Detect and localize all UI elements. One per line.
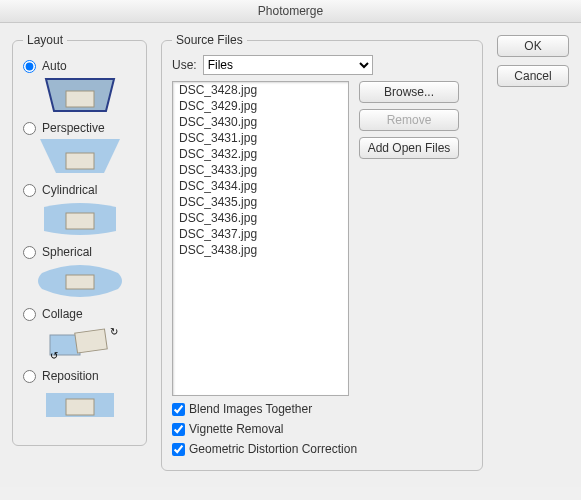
file-list-item[interactable]: DSC_3434.jpg bbox=[173, 178, 348, 194]
svg-rect-4 bbox=[66, 213, 94, 229]
layout-option-reposition[interactable]: Reposition bbox=[23, 369, 136, 383]
source-files-group: Source Files Use: Files DSC_3428.jpgDSC_… bbox=[161, 33, 483, 471]
cancel-button[interactable]: Cancel bbox=[497, 65, 569, 87]
remove-button[interactable]: Remove bbox=[359, 109, 459, 131]
svg-rect-5 bbox=[66, 275, 94, 289]
svg-rect-3 bbox=[66, 153, 94, 169]
layout-option-perspective[interactable]: Perspective bbox=[23, 121, 136, 135]
svg-text:↺: ↺ bbox=[50, 350, 58, 361]
check-vignette[interactable]: Vignette Removal bbox=[172, 422, 472, 436]
layout-option-cylindrical[interactable]: Cylindrical bbox=[23, 183, 136, 197]
radio-spherical[interactable] bbox=[23, 246, 36, 259]
thumb-reposition-icon bbox=[36, 387, 124, 423]
check-label: Geometric Distortion Correction bbox=[189, 442, 357, 456]
file-list-item[interactable]: DSC_3437.jpg bbox=[173, 226, 348, 242]
file-list-item[interactable]: DSC_3428.jpg bbox=[173, 82, 348, 98]
layout-label: Cylindrical bbox=[42, 183, 97, 197]
use-select[interactable]: Files bbox=[203, 55, 373, 75]
checkbox-geo[interactable] bbox=[172, 443, 185, 456]
layout-label: Perspective bbox=[42, 121, 105, 135]
file-list-item[interactable]: DSC_3433.jpg bbox=[173, 162, 348, 178]
file-list-item[interactable]: DSC_3431.jpg bbox=[173, 130, 348, 146]
radio-perspective[interactable] bbox=[23, 122, 36, 135]
svg-text:↻: ↻ bbox=[110, 326, 118, 337]
layout-option-spherical[interactable]: Spherical bbox=[23, 245, 136, 259]
thumb-spherical-icon bbox=[36, 263, 124, 299]
source-legend: Source Files bbox=[172, 33, 247, 47]
check-geo[interactable]: Geometric Distortion Correction bbox=[172, 442, 472, 456]
file-list-item[interactable]: DSC_3429.jpg bbox=[173, 98, 348, 114]
add-open-files-button[interactable]: Add Open Files bbox=[359, 137, 459, 159]
thumb-perspective-icon bbox=[36, 139, 124, 175]
layout-legend: Layout bbox=[23, 33, 67, 47]
radio-collage[interactable] bbox=[23, 308, 36, 321]
thumb-auto-icon bbox=[36, 77, 124, 113]
layout-label: Spherical bbox=[42, 245, 92, 259]
layout-option-auto[interactable]: Auto bbox=[23, 59, 136, 73]
layout-group: Layout Auto Perspective Cylindrical Sphe… bbox=[12, 33, 147, 446]
checkbox-blend[interactable] bbox=[172, 403, 185, 416]
svg-rect-7 bbox=[74, 329, 106, 353]
checkbox-vignette[interactable] bbox=[172, 423, 185, 436]
file-list-item[interactable]: DSC_3430.jpg bbox=[173, 114, 348, 130]
layout-option-collage[interactable]: Collage bbox=[23, 307, 136, 321]
file-list-item[interactable]: DSC_3435.jpg bbox=[173, 194, 348, 210]
radio-auto[interactable] bbox=[23, 60, 36, 73]
thumb-collage-icon: ↻↺ bbox=[36, 325, 124, 361]
file-list-item[interactable]: DSC_3432.jpg bbox=[173, 146, 348, 162]
file-list[interactable]: DSC_3428.jpgDSC_3429.jpgDSC_3430.jpgDSC_… bbox=[172, 81, 349, 396]
file-list-item[interactable]: DSC_3438.jpg bbox=[173, 242, 348, 258]
check-label: Blend Images Together bbox=[189, 402, 312, 416]
layout-label: Collage bbox=[42, 307, 83, 321]
layout-label: Reposition bbox=[42, 369, 99, 383]
ok-button[interactable]: OK bbox=[497, 35, 569, 57]
browse-button[interactable]: Browse... bbox=[359, 81, 459, 103]
svg-rect-1 bbox=[66, 91, 94, 107]
svg-rect-11 bbox=[66, 399, 94, 415]
window-title: Photomerge bbox=[0, 0, 581, 23]
layout-label: Auto bbox=[42, 59, 67, 73]
file-list-item[interactable]: DSC_3436.jpg bbox=[173, 210, 348, 226]
check-blend[interactable]: Blend Images Together bbox=[172, 402, 472, 416]
radio-reposition[interactable] bbox=[23, 370, 36, 383]
use-label: Use: bbox=[172, 58, 197, 72]
radio-cylindrical[interactable] bbox=[23, 184, 36, 197]
thumb-cylindrical-icon bbox=[36, 201, 124, 237]
check-label: Vignette Removal bbox=[189, 422, 284, 436]
